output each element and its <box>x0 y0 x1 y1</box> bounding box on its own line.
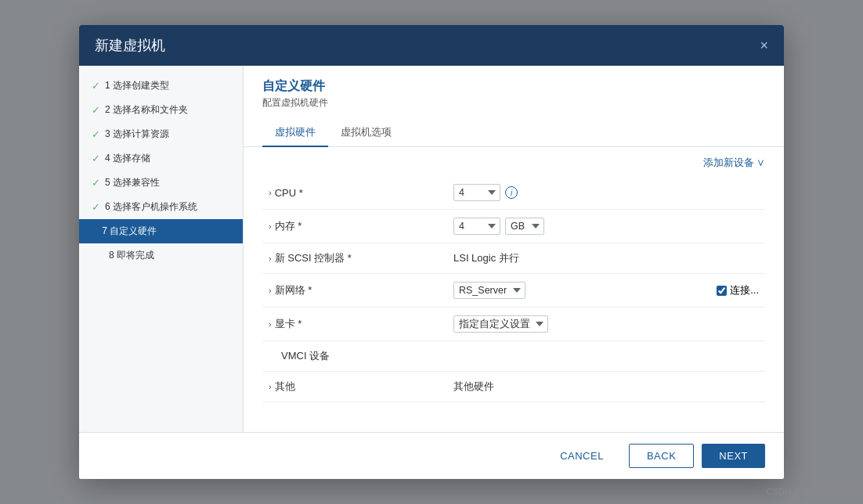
step-number: 5 选择兼容性 <box>105 176 160 189</box>
dialog-overlay: 新建虚拟机 × ✓1 选择创建类型✓2 选择名称和文件夹✓3 选择计算资源✓4 … <box>0 0 863 504</box>
hw-value-vmci <box>447 341 765 372</box>
sidebar-item-5[interactable]: ✓5 选择兼容性 <box>79 171 243 195</box>
hw-value-memory: 124816 MBGB <box>447 210 765 243</box>
hw-value-display: 指定自定义设置 <box>447 308 765 341</box>
main-header-title: 自定义硬件 <box>262 78 765 95</box>
watermark: CSDN @蛋黄酱拌饭ム <box>767 486 854 498</box>
check-icon: ✓ <box>92 80 100 92</box>
select-memory[interactable]: 124816 <box>453 218 500 235</box>
hw-label-cpu: ›CPU * <box>269 187 441 199</box>
hw-control-network: RS_Server 连接... <box>453 282 759 299</box>
hw-row-other: ›其他其他硬件 <box>262 372 765 402</box>
active-icon <box>92 225 97 237</box>
next-button[interactable]: NEXT <box>702 444 765 468</box>
tab-虚拟硬件[interactable]: 虚拟硬件 <box>262 119 328 147</box>
hw-control-display: 指定自定义设置 <box>453 315 759 333</box>
hw-text-other: 其他硬件 <box>453 380 494 392</box>
hw-label-text-vmci: VMCI 设备 <box>281 349 330 363</box>
add-device-link[interactable]: 添加新设备 ∨ <box>703 157 765 170</box>
expand-arrow-other[interactable]: › <box>269 382 272 391</box>
dialog-title: 新建虚拟机 <box>95 36 165 55</box>
add-device-row: 添加新设备 ∨ <box>262 157 765 170</box>
hw-label-text-cpu: CPU * <box>275 187 303 199</box>
back-button[interactable]: BACK <box>629 444 694 468</box>
hw-label-vmci: VMCI 设备 <box>269 349 441 363</box>
sidebar-item-3[interactable]: ✓3 选择计算资源 <box>79 122 243 146</box>
main-content: 自定义硬件 配置虚拟机硬件 虚拟硬件虚拟机选项 添加新设备 ∨ ›CPU * 1… <box>244 66 784 432</box>
close-button[interactable]: × <box>760 38 768 52</box>
hw-row-cpu: ›CPU * 124816i <box>262 176 765 210</box>
cancel-button[interactable]: CANCEL <box>543 444 621 468</box>
checkbox-label-network: 连接... <box>730 283 759 297</box>
check-icon: ✓ <box>92 128 100 140</box>
hardware-table: ›CPU * 124816i›内存 * 124816 MBGB ›新 SCSI … <box>262 176 765 402</box>
main-header: 自定义硬件 配置虚拟机硬件 虚拟硬件虚拟机选项 <box>244 66 784 147</box>
hw-control-cpu: 124816i <box>453 184 759 201</box>
select-display[interactable]: 指定自定义设置 <box>453 315 548 333</box>
hw-value-scsi: LSI Logic 并行 <box>447 243 765 274</box>
step-number: 8 即将完成 <box>109 249 154 262</box>
content-area: 添加新设备 ∨ ›CPU * 124816i›内存 * 124816 MBGB … <box>244 147 784 432</box>
expand-arrow-scsi[interactable]: › <box>269 254 272 263</box>
hw-value-network: RS_Server 连接... <box>447 274 765 308</box>
hw-row-display: ›显卡 * 指定自定义设置 <box>262 308 765 341</box>
hw-row-vmci: VMCI 设备 <box>262 341 765 372</box>
checkbox-wrapper-network: 连接... <box>717 283 759 297</box>
hw-label-display: ›显卡 * <box>269 317 441 331</box>
select-network[interactable]: RS_Server <box>453 282 525 299</box>
hw-value-cpu: 124816i <box>447 176 765 210</box>
expand-arrow-memory[interactable]: › <box>269 221 272 231</box>
tabs-row: 虚拟硬件虚拟机选项 <box>262 119 765 146</box>
step-number: 2 选择名称和文件夹 <box>105 103 188 117</box>
tab-虚拟机选项[interactable]: 虚拟机选项 <box>328 119 404 147</box>
sidebar: ✓1 选择创建类型✓2 选择名称和文件夹✓3 选择计算资源✓4 选择存储✓5 选… <box>79 66 244 432</box>
step-number: 4 选择存储 <box>105 152 150 165</box>
hw-row-scsi: ›新 SCSI 控制器 *LSI Logic 并行 <box>262 243 765 274</box>
new-vm-dialog: 新建虚拟机 × ✓1 选择创建类型✓2 选择名称和文件夹✓3 选择计算资源✓4 … <box>79 25 784 479</box>
hw-control-memory: 124816 MBGB <box>453 218 759 235</box>
hw-label-scsi: ›新 SCSI 控制器 * <box>269 251 441 265</box>
hw-text-scsi: LSI Logic 并行 <box>453 252 519 264</box>
sidebar-item-2[interactable]: ✓2 选择名称和文件夹 <box>79 98 243 122</box>
sidebar-item-7[interactable]: 7 自定义硬件 <box>79 219 243 243</box>
step-number: 7 自定义硬件 <box>102 225 157 238</box>
check-icon: ✓ <box>92 104 100 116</box>
dialog-body: ✓1 选择创建类型✓2 选择名称和文件夹✓3 选择计算资源✓4 选择存储✓5 选… <box>79 66 784 432</box>
hw-label-network: ›新网络 * <box>269 283 441 297</box>
hw-row-network: ›新网络 * RS_Server 连接... <box>262 274 765 308</box>
select-cpu[interactable]: 124816 <box>453 184 500 201</box>
title-bar: 新建虚拟机 × <box>79 25 784 66</box>
sidebar-item-6[interactable]: ✓6 选择客户机操作系统 <box>79 195 243 219</box>
sidebar-item-4[interactable]: ✓4 选择存储 <box>79 146 243 171</box>
hw-row-memory: ›内存 * 124816 MBGB <box>262 210 765 243</box>
expand-arrow-network[interactable]: › <box>269 286 272 295</box>
hw-label-memory: ›内存 * <box>269 219 441 233</box>
step-number: 1 选择创建类型 <box>105 79 169 92</box>
step-number: 6 选择客户机操作系统 <box>105 200 197 214</box>
check-icon: ✓ <box>92 201 100 213</box>
hw-label-other: ›其他 <box>269 380 441 394</box>
sidebar-item-8[interactable]: 8 即将完成 <box>79 243 243 268</box>
unit-select-memory[interactable]: MBGB <box>505 218 544 235</box>
info-icon-cpu[interactable]: i <box>505 186 518 199</box>
expand-arrow-cpu[interactable]: › <box>269 188 272 197</box>
dialog-footer: CANCEL BACK NEXT <box>79 432 784 479</box>
step-number: 3 选择计算资源 <box>105 128 169 141</box>
main-header-subtitle: 配置虚拟机硬件 <box>262 96 765 110</box>
hw-value-other: 其他硬件 <box>447 372 765 402</box>
sidebar-item-1[interactable]: ✓1 选择创建类型 <box>79 74 243 98</box>
expand-arrow-display[interactable]: › <box>269 319 272 329</box>
hw-label-text-memory: 内存 * <box>275 219 302 233</box>
check-icon: ✓ <box>92 177 100 189</box>
hw-label-text-network: 新网络 * <box>275 283 312 297</box>
checkbox-network[interactable] <box>717 286 727 296</box>
hw-label-text-other: 其他 <box>275 380 295 394</box>
check-icon: ✓ <box>92 153 100 164</box>
hw-label-text-display: 显卡 * <box>275 317 302 331</box>
hw-label-text-scsi: 新 SCSI 控制器 * <box>275 251 352 265</box>
